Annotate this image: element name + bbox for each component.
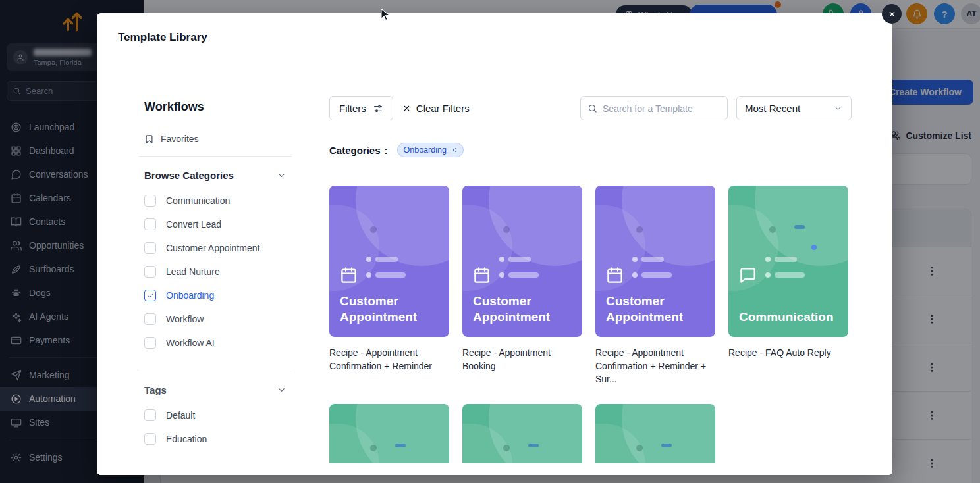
template-card-grid: Customer AppointmentRecipe - Appointment… bbox=[329, 186, 852, 475]
sort-value: Most Recent bbox=[745, 103, 800, 114]
category-checkbox-onboarding[interactable]: Onboarding bbox=[144, 284, 292, 307]
checkbox-icon[interactable] bbox=[144, 337, 156, 349]
category-label: Workflow AI bbox=[166, 338, 215, 348]
checkbox-icon[interactable] bbox=[144, 409, 156, 421]
sort-select[interactable]: Most Recent bbox=[736, 96, 852, 120]
screen: Tampa, Florida Search LaunchpadDashboard… bbox=[0, 0, 980, 483]
template-card-title: Customer Appointment bbox=[340, 293, 441, 325]
checkbox-icon[interactable] bbox=[144, 433, 156, 445]
category-label: Workflow bbox=[166, 314, 204, 324]
clear-filters-label: Clear Filters bbox=[416, 103, 470, 114]
workflows-heading: Workflows bbox=[144, 100, 292, 114]
tags-toggle[interactable]: Tags bbox=[144, 384, 286, 395]
template-card-title: Communication bbox=[739, 309, 840, 325]
checkbox-icon[interactable] bbox=[144, 313, 156, 325]
filter-chip-label: Onboarding bbox=[404, 145, 447, 155]
bookmark-icon bbox=[144, 134, 154, 144]
template-card[interactable]: Customer AppointmentRecipe - Appointment… bbox=[595, 186, 715, 386]
tag-checkbox-default[interactable]: Default bbox=[144, 403, 292, 427]
template-card-title: Customer Appointment bbox=[473, 293, 574, 325]
category-checkbox-customer-appointment[interactable]: Customer Appointment bbox=[144, 236, 292, 260]
divider bbox=[139, 156, 292, 157]
category-label: Customer Appointment bbox=[166, 243, 259, 253]
tag-label: Default bbox=[166, 410, 195, 420]
chat-square-icon bbox=[739, 267, 757, 284]
modal-header: Template Library bbox=[97, 13, 892, 53]
template-card-art: Customer Appointment bbox=[329, 186, 449, 337]
sliders-icon bbox=[373, 103, 383, 114]
category-checkbox-workflow[interactable]: Workflow bbox=[144, 307, 292, 331]
template-card-caption: Recipe - Appointment Booking bbox=[462, 346, 582, 372]
modal-body: Workflows Favorites Browse Categories Co… bbox=[97, 53, 892, 475]
chevron-down-icon bbox=[833, 103, 843, 113]
checkbox-icon[interactable] bbox=[144, 195, 156, 207]
active-filters-row: Categories : Onboarding bbox=[329, 143, 852, 157]
category-checkbox-workflow-ai[interactable]: Workflow AI bbox=[144, 331, 292, 355]
template-card-caption: Recipe - Appointment Confirmation + Remi… bbox=[595, 346, 715, 386]
calendar-icon bbox=[473, 267, 491, 284]
category-checkbox-lead-nurture[interactable]: Lead Nurture bbox=[144, 260, 292, 284]
modal-footer-mask bbox=[97, 463, 892, 475]
category-list: CommunicationConvert LeadCustomer Appoin… bbox=[139, 189, 292, 355]
checkbox-icon[interactable] bbox=[144, 218, 156, 230]
category-label: Communication bbox=[166, 195, 230, 206]
category-checkbox-convert-lead[interactable]: Convert Lead bbox=[144, 213, 292, 236]
chevron-down-icon bbox=[277, 385, 286, 395]
template-card-art: Customer Appointment bbox=[595, 186, 715, 337]
categories-label: Categories bbox=[329, 145, 381, 156]
template-card[interactable]: CommunicationRecipe - FAQ Auto Reply bbox=[728, 186, 848, 386]
x-icon bbox=[450, 147, 457, 153]
categories-separator: : bbox=[385, 145, 388, 156]
clear-filters-button[interactable]: Clear Filters bbox=[402, 103, 470, 114]
divider bbox=[139, 372, 292, 372]
browse-categories-toggle[interactable]: Browse Categories bbox=[144, 170, 286, 181]
template-card[interactable]: Customer AppointmentRecipe - Appointment… bbox=[462, 186, 582, 386]
template-card[interactable]: Customer AppointmentRecipe - Appointment… bbox=[329, 186, 449, 386]
template-search bbox=[580, 96, 728, 120]
template-results-panel: Filters Clear Filters Most Recent bbox=[308, 53, 892, 475]
checkbox-checked-icon[interactable] bbox=[144, 290, 156, 301]
template-card-title: Customer Appointment bbox=[606, 293, 707, 325]
checkbox-icon[interactable] bbox=[144, 266, 156, 278]
template-card-art: Communication bbox=[728, 186, 848, 337]
search-icon bbox=[587, 103, 597, 113]
close-icon[interactable] bbox=[882, 4, 902, 24]
category-label: Convert Lead bbox=[166, 219, 221, 230]
calendar-icon bbox=[340, 267, 358, 284]
tags-label: Tags bbox=[144, 384, 167, 395]
category-label: Onboarding bbox=[166, 290, 214, 301]
category-label: Lead Nurture bbox=[166, 267, 220, 277]
check-icon bbox=[147, 292, 154, 299]
template-card-art: Customer Appointment bbox=[462, 186, 582, 337]
tag-label: Education bbox=[166, 434, 207, 444]
clear-icon bbox=[402, 104, 411, 113]
modal-filter-sidebar: Workflows Favorites Browse Categories Co… bbox=[97, 53, 308, 475]
calendar-icon bbox=[606, 267, 624, 284]
template-card-caption: Recipe - FAQ Auto Reply bbox=[728, 346, 848, 359]
browse-categories-label: Browse Categories bbox=[144, 170, 234, 181]
category-checkbox-communication[interactable]: Communication bbox=[144, 189, 292, 213]
modal-title: Template Library bbox=[118, 31, 207, 44]
favorites-item[interactable]: Favorites bbox=[144, 134, 292, 144]
filters-button[interactable]: Filters bbox=[329, 96, 393, 120]
checkbox-icon[interactable] bbox=[144, 242, 156, 254]
tag-checkbox-education[interactable]: Education bbox=[144, 427, 292, 451]
template-search-input[interactable] bbox=[603, 103, 721, 114]
results-toolbar: Filters Clear Filters Most Recent bbox=[329, 96, 852, 120]
template-card-caption: Recipe - Appointment Confirmation + Remi… bbox=[329, 346, 449, 372]
favorites-label: Favorites bbox=[161, 134, 199, 144]
filters-label: Filters bbox=[339, 103, 366, 114]
tag-list: DefaultEducation bbox=[139, 403, 292, 451]
chevron-down-icon bbox=[277, 170, 286, 180]
template-library-modal: Template Library Workflows Favorites Bro… bbox=[97, 13, 892, 475]
filter-chip-onboarding[interactable]: Onboarding bbox=[397, 143, 464, 157]
